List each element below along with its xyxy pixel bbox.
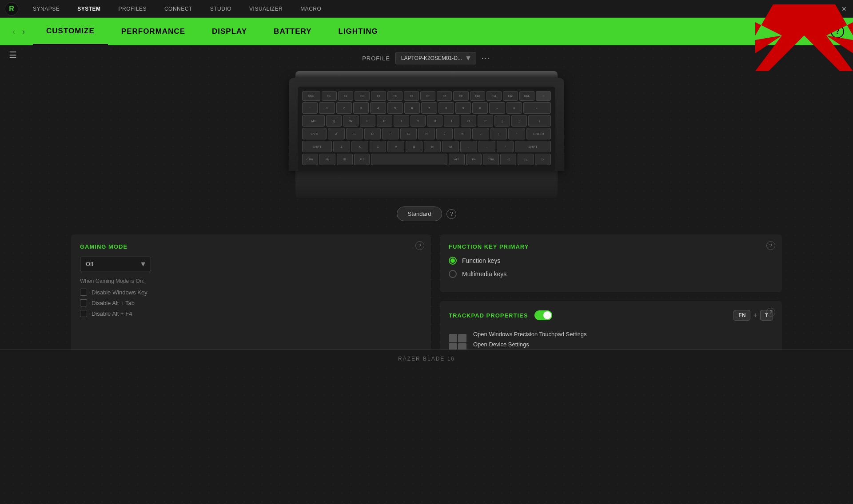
key-o[interactable]: O [461, 115, 476, 127]
key-f7[interactable]: F7 [420, 91, 435, 101]
key-space[interactable] [371, 154, 447, 165]
key-r[interactable]: R [377, 115, 392, 127]
function-keys-radio[interactable] [449, 257, 457, 265]
nav-system[interactable]: SYSTEM [68, 0, 109, 18]
profile-select[interactable]: LAPTOP-K2OSEM01-D... [395, 52, 476, 64]
key-period[interactable]: . [478, 141, 495, 152]
key-f12[interactable]: F12 [503, 91, 518, 101]
key-n[interactable]: N [424, 141, 441, 152]
key-q[interactable]: Q [326, 115, 342, 127]
key-j[interactable]: J [436, 128, 453, 139]
function-key-help[interactable]: ? [766, 241, 775, 250]
key-9[interactable]: 9 [455, 102, 471, 114]
key-a[interactable]: A [328, 128, 345, 139]
key-f11[interactable]: F11 [486, 91, 502, 101]
key-0[interactable]: 0 [472, 102, 488, 114]
key-shift-right[interactable]: SHIFT [515, 141, 551, 152]
key-d[interactable]: D [364, 128, 381, 139]
key-rbracket[interactable]: ] [511, 115, 527, 127]
key-s[interactable]: S [346, 128, 363, 139]
profile-more-button[interactable]: ··· [482, 54, 491, 63]
nav-performance[interactable]: PERFORMANCE [108, 18, 199, 45]
key-pwr[interactable]: ○ [536, 91, 551, 101]
key-t[interactable]: T [394, 115, 409, 127]
key-f3[interactable]: F3 [355, 91, 370, 101]
key-c[interactable]: C [370, 141, 387, 152]
nav-lighting[interactable]: LIGHTING [325, 18, 391, 45]
key-g[interactable]: G [400, 128, 417, 139]
key-fn[interactable]: FN [319, 154, 335, 165]
trackpad-link-device[interactable]: Open Device Settings [473, 341, 587, 348]
key-2[interactable]: 2 [336, 102, 352, 114]
key-p[interactable]: P [478, 115, 493, 127]
key-f8[interactable]: F8 [437, 91, 452, 101]
key-l[interactable]: L [472, 128, 489, 139]
key-5[interactable]: 5 [387, 102, 403, 114]
key-arrow-updown[interactable]: ▽△ [518, 154, 534, 165]
key-enter[interactable]: ENTER [526, 128, 551, 139]
key-backslash[interactable]: \ [528, 115, 551, 127]
key-lbracket[interactable]: [ [494, 115, 510, 127]
nav-battery[interactable]: BATTERY [260, 18, 325, 45]
key-4[interactable]: 4 [370, 102, 386, 114]
key-arrow-right[interactable]: ▷ [535, 154, 551, 165]
trackpad-help[interactable]: ? [766, 308, 775, 317]
key-f1[interactable]: F1 [322, 91, 337, 101]
key-minus[interactable]: - [489, 102, 505, 114]
key-backtick[interactable]: ` [302, 102, 318, 114]
key-ctrl-left[interactable]: CTRL [302, 154, 318, 165]
nav-customize[interactable]: CUSTOMIZE [33, 18, 108, 45]
key-m[interactable]: M [442, 141, 459, 152]
key-caps[interactable]: CAPS [302, 128, 327, 139]
key-u[interactable]: U [427, 115, 442, 127]
key-esc[interactable]: ESC [302, 91, 320, 101]
key-8[interactable]: 8 [438, 102, 454, 114]
standard-button[interactable]: Standard [397, 206, 442, 221]
nav-macro[interactable]: MACRO [291, 0, 330, 18]
multimedia-keys-radio[interactable] [449, 270, 457, 278]
key-7[interactable]: 7 [421, 102, 437, 114]
key-arrow-left[interactable]: ◁ [500, 154, 516, 165]
key-tab[interactable]: TAB [302, 115, 325, 127]
key-fn-right[interactable]: FN [466, 154, 482, 165]
key-windows[interactable]: ⊞ [337, 154, 353, 165]
key-f4[interactable]: F4 [371, 91, 386, 101]
gaming-mode-select[interactable]: Off On [80, 257, 151, 271]
nav-display[interactable]: DISPLAY [199, 18, 260, 45]
keyboard-help-button[interactable]: ? [446, 209, 456, 219]
key-i[interactable]: I [444, 115, 459, 127]
key-semicolon[interactable]: ; [490, 128, 507, 139]
disable-alt-tab-checkbox[interactable] [80, 299, 87, 306]
key-f10[interactable]: F10 [470, 91, 485, 101]
key-ctrl-right[interactable]: CTRL [483, 154, 499, 165]
key-y[interactable]: Y [411, 115, 426, 127]
gaming-mode-help[interactable]: ? [415, 241, 424, 250]
key-f5[interactable]: F5 [387, 91, 403, 101]
key-f[interactable]: F [382, 128, 399, 139]
hamburger-menu[interactable]: ☰ [9, 50, 17, 60]
key-3[interactable]: 3 [353, 102, 369, 114]
nav-profiles[interactable]: PROFILES [110, 0, 155, 18]
back-arrow[interactable]: ‹ [9, 27, 19, 36]
disable-windows-key-checkbox[interactable] [80, 289, 87, 296]
nav-visualizer[interactable]: VISUALIZER [240, 0, 291, 18]
key-v[interactable]: V [387, 141, 404, 152]
key-h[interactable]: H [418, 128, 435, 139]
key-1[interactable]: 1 [319, 102, 335, 114]
nav-synapse[interactable]: SYNAPSE [24, 0, 68, 18]
key-w[interactable]: W [343, 115, 359, 127]
nav-connect[interactable]: CONNECT [155, 0, 201, 18]
key-quote[interactable]: ' [508, 128, 525, 139]
key-shift-left[interactable]: SHIFT [302, 141, 332, 152]
key-f2[interactable]: F2 [338, 91, 353, 101]
nav-studio[interactable]: STUDIO [201, 0, 240, 18]
key-e[interactable]: E [360, 115, 375, 127]
key-z[interactable]: Z [333, 141, 350, 152]
key-slash[interactable]: / [497, 141, 514, 152]
key-x[interactable]: X [351, 141, 368, 152]
key-comma[interactable]: , [460, 141, 477, 152]
forward-arrow[interactable]: › [19, 27, 28, 36]
key-alt-left[interactable]: ALT [354, 154, 370, 165]
key-backspace[interactable]: ← [523, 102, 551, 114]
key-6[interactable]: 6 [404, 102, 420, 114]
